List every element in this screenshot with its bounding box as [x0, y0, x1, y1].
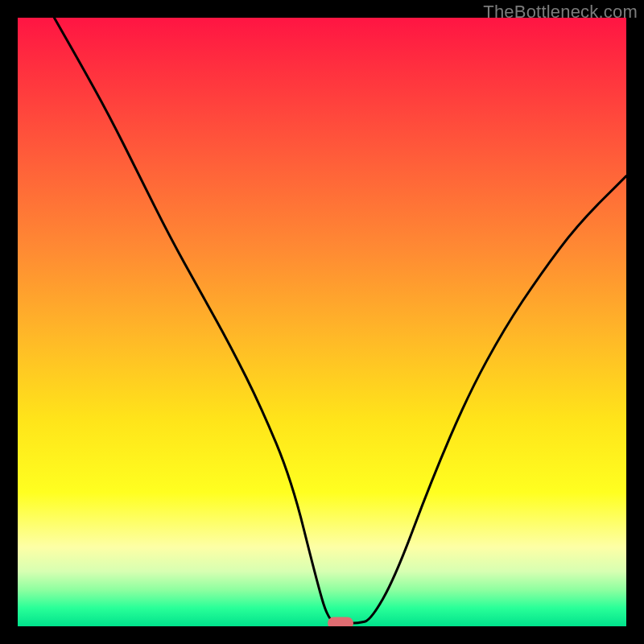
chart-frame: TheBottleneck.com: [0, 0, 644, 644]
watermark-text: TheBottleneck.com: [483, 2, 638, 23]
curve-svg: [18, 18, 626, 626]
plot-area: [18, 18, 626, 626]
optimal-point-marker: [328, 617, 353, 626]
bottleneck-curve: [54, 18, 626, 623]
